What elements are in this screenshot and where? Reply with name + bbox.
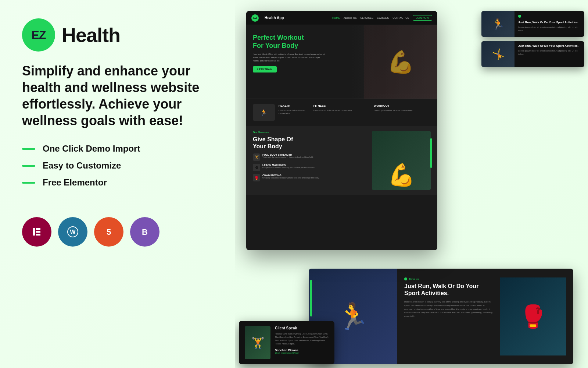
side-card-title: Just Run, Walk Or Do Your Sport Activiti… bbox=[518, 21, 581, 24]
feature-desc: Lorem ipsum dolor sit amet consectetur. bbox=[374, 109, 431, 112]
service-text: LEARN MACHINES Our personal trainers wil… bbox=[262, 164, 315, 169]
service-title: LEARN MACHINES bbox=[262, 164, 315, 166]
testimonial-role: Chief Information Officer bbox=[275, 352, 329, 354]
side-card-1: 🏃 Just Run, Walk Or Do Your Sport Activi… bbox=[481, 11, 584, 37]
bootstrap-icon: B bbox=[130, 217, 159, 247]
about-title: Just Run, Walk Or Do Your Sport Activiti… bbox=[404, 283, 492, 297]
side-card-content: Just Run, Walk Or Do Your Sport Activiti… bbox=[514, 11, 584, 37]
feature-dash bbox=[22, 165, 35, 167]
mock-navbar: EZ Health App HOME ABOUT US SERVICES CLA… bbox=[246, 11, 437, 25]
side-card-title: Just Run, Walk Or Do Your Sport Activiti… bbox=[518, 44, 581, 48]
feature-dash bbox=[22, 182, 35, 184]
service-icon: 🏋 bbox=[253, 153, 260, 161]
service-item-1: 🏋 FULL-BODY STRENGTH Train with the best… bbox=[253, 153, 367, 161]
testimonial-text: Fitness Gym Isn't Anything Like A Regula… bbox=[275, 332, 329, 346]
html5-icon: 5 bbox=[94, 217, 123, 247]
service-text: CHAIN BOXING Uniquely sequenced class wo… bbox=[262, 174, 319, 180]
about-tag: About us bbox=[404, 277, 492, 280]
feature-item-2: Easy to Customize bbox=[22, 160, 213, 171]
service-title: FULL-BODY STRENGTH bbox=[262, 153, 313, 156]
side-card-content: Just Run, Walk Or Do Your Sport Activiti… bbox=[514, 41, 584, 67]
svg-rect-1 bbox=[36, 228, 40, 230]
feature-title: FITNESS bbox=[313, 104, 370, 107]
join-now-button[interactable]: JOIN NOW bbox=[413, 15, 432, 21]
right-panel: EZ Health App HOME ABOUT US SERVICES CLA… bbox=[235, 0, 588, 368]
service-desc: Our personal trainers will help you find… bbox=[262, 166, 315, 169]
side-cards: 🏃 Just Run, Walk Or Do Your Sport Activi… bbox=[481, 11, 584, 67]
main-mockup: EZ Health App HOME ABOUT US SERVICES CLA… bbox=[246, 11, 437, 250]
about-tag-text: About us bbox=[409, 278, 419, 280]
feature-item-3: Free Elementor bbox=[22, 177, 213, 188]
bottom-section: 🏃 About us Just Run, Walk Or Do Your Spo… bbox=[309, 269, 573, 364]
services-left: Our Services Give Shape OfYour Body 🏋 FU… bbox=[253, 131, 367, 190]
side-card-2: 🤸 Just Run, Walk Or Do Your Sport Activi… bbox=[481, 41, 584, 67]
mock-logo-badge: EZ bbox=[251, 14, 259, 22]
green-accent bbox=[430, 138, 432, 168]
mock-feature-fitness: FITNESS Lorem ipsum dolor sit amet conse… bbox=[313, 104, 370, 121]
testimonial-avatar: 🏋 bbox=[245, 326, 270, 359]
hero-title-green: Workout bbox=[277, 34, 304, 41]
side-card-image: 🤸 bbox=[481, 41, 514, 67]
feature-label: Easy to Customize bbox=[43, 160, 121, 171]
service-title: CHAIN BOXING bbox=[262, 174, 319, 177]
hero-title: Perfect Workout For Your Body bbox=[253, 34, 431, 50]
nav-link-services: SERVICES bbox=[361, 17, 373, 19]
side-card-image: 🏃 bbox=[481, 11, 514, 37]
service-icon: 🥊 bbox=[253, 174, 260, 181]
service-item-3: 🥊 CHAIN BOXING Uniquely sequenced class … bbox=[253, 174, 367, 181]
logo-text: Health bbox=[62, 24, 120, 46]
services-title: Give Shape OfYour Body bbox=[253, 136, 367, 150]
feature-thumb: 🏃 bbox=[253, 104, 275, 121]
svg-rect-0 bbox=[33, 228, 35, 236]
nav-link-home: HOME bbox=[332, 17, 340, 19]
logo-area: EZ Health bbox=[22, 18, 213, 52]
svg-text:5: 5 bbox=[107, 227, 111, 237]
services-tag: Our Services bbox=[253, 131, 367, 134]
mock-features-row: 🏃 HEALTH Lorem ipsum dolor sit amet cons… bbox=[246, 99, 437, 126]
feature-item-1: One Click Demo Import bbox=[22, 144, 213, 154]
hero-description: I am text block. Click edit button to ch… bbox=[253, 53, 326, 63]
service-item-2: ⚙ LEARN MACHINES Our personal trainers w… bbox=[253, 164, 367, 171]
mock-hero: 💪 Perfect Workout For Your Body I am tex… bbox=[246, 25, 437, 99]
hero-title-white: Perfect bbox=[253, 34, 277, 41]
services-woman-image bbox=[372, 131, 431, 190]
testimonial-name: Sanchari Biswas bbox=[275, 348, 329, 352]
hero-title-white2: For Your Body bbox=[253, 42, 298, 49]
tagline: Simplify and enhance your health and wel… bbox=[22, 63, 213, 129]
features-list: One Click Demo Import Easy to Customize … bbox=[22, 144, 213, 188]
service-desc: Train with the best experts in fitness i… bbox=[262, 156, 313, 159]
feature-desc: Lorem ipsum dolor sit amet consectetur. bbox=[313, 109, 370, 112]
about-desc: Dolore Lorem Ipsum is simply dummy text … bbox=[404, 300, 492, 318]
feature-dash bbox=[22, 148, 35, 150]
mock-feature-health: 🏃 HEALTH Lorem ipsum dolor sit amet cons… bbox=[253, 104, 310, 121]
nav-link-classes: CLASSES bbox=[377, 17, 389, 19]
service-icon: ⚙ bbox=[253, 164, 260, 171]
mock-brand: Health App bbox=[265, 16, 284, 20]
side-card-desc: Lorem ipsum dolor sit amet consectetur a… bbox=[518, 49, 581, 56]
mock-services: Our Services Give Shape OfYour Body 🏋 FU… bbox=[246, 126, 437, 195]
side-card-desc: Lorem ipsum dolor sit amet consectetur a… bbox=[518, 26, 581, 32]
services-right bbox=[372, 131, 431, 190]
feature-label: Free Elementor bbox=[43, 177, 107, 188]
mock-feature-workout: WORKOUT Lorem ipsum dolor sit amet conse… bbox=[374, 104, 431, 121]
nav-link-about: ABOUT US bbox=[344, 17, 357, 19]
side-card-dot bbox=[518, 15, 521, 18]
svg-rect-2 bbox=[36, 231, 40, 233]
svg-rect-3 bbox=[36, 234, 40, 236]
lets-train-button[interactable]: LETS TRAIN bbox=[253, 66, 277, 72]
testimonial-label: Client Speak bbox=[275, 326, 329, 330]
feature-label: One Click Demo Import bbox=[43, 144, 140, 154]
bottom-text-block: About us Just Run, Walk Or Do Your Sport… bbox=[404, 277, 492, 355]
elementor-icon bbox=[22, 217, 51, 247]
mock-nav-links: HOME ABOUT US SERVICES CLASSES CONTACT U… bbox=[332, 15, 432, 21]
testimonial-content: Client Speak Fitness Gym Isn't Anything … bbox=[275, 326, 329, 359]
service-desc: Uniquely sequenced class work to heat an… bbox=[262, 177, 319, 180]
wordpress-icon: W bbox=[58, 217, 87, 247]
feature-title: WORKOUT bbox=[374, 104, 431, 107]
left-panel: EZ Health Simplify and enhance your heal… bbox=[0, 0, 235, 368]
logo-badge: EZ bbox=[22, 18, 55, 52]
bottom-right-content: About us Just Run, Walk Or Do Your Sport… bbox=[397, 269, 573, 364]
svg-text:B: B bbox=[142, 227, 148, 237]
svg-text:W: W bbox=[70, 229, 76, 235]
tech-icons: W 5 B bbox=[22, 217, 213, 247]
